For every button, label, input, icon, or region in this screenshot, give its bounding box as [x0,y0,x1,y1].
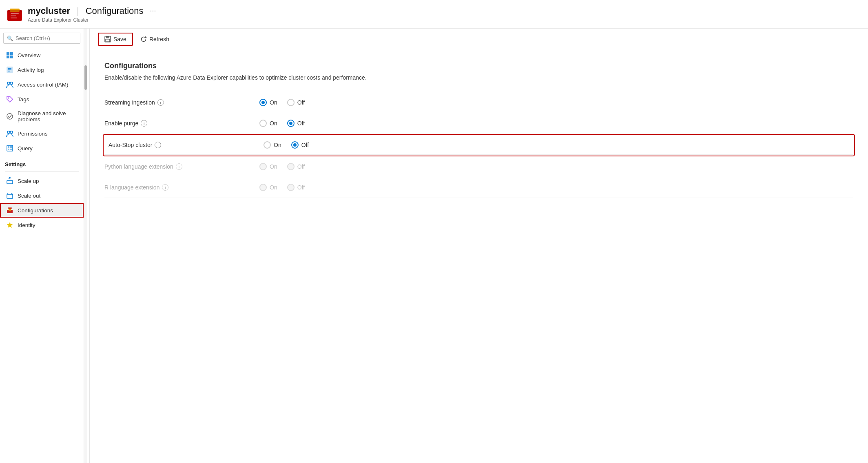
save-icon [104,36,111,42]
more-options-icon[interactable]: ··· [150,7,156,15]
sidebar-scrollbar[interactable] [84,29,87,463]
streaming-ingestion-on-option[interactable]: On [259,99,277,106]
nav-item-diagnose[interactable]: Diagnose and solve problems [0,107,84,126]
python-extension-off-radio [287,163,294,170]
svg-rect-23 [7,180,13,184]
content-area: Configurations Enable/disable the follow… [90,50,868,463]
enable-purge-on-radio[interactable] [259,120,267,127]
python-extension-on-option: On [259,163,277,170]
nav-label-overview: Overview [18,52,40,58]
header-separator: | [77,6,79,16]
streaming-ingestion-on-radio[interactable] [259,99,267,106]
nav-label-tags: Tags [18,96,29,102]
streaming-ingestion-off-radio[interactable] [287,99,294,106]
svg-point-12 [8,98,9,99]
nav-label-query: Query [18,145,33,151]
enable-purge-info-icon[interactable]: i [141,120,147,127]
toolbar: Save Refresh [90,29,868,50]
cluster-icon [7,6,23,22]
python-extension-info-icon[interactable]: i [176,163,182,170]
streaming-ingestion-label: Streaming ingestion i [104,99,259,106]
settings-section-label: Settings [0,156,84,170]
r-extension-on-radio [259,184,267,191]
sidebar-nav: 🔍 Overview Activity log Acc [0,29,84,463]
python-extension-label: Python language extension i [104,163,259,170]
streaming-ingestion-radio-group: On Off [259,99,305,106]
svg-rect-2 [7,10,22,12]
enable-purge-on-option[interactable]: On [259,120,277,127]
svg-marker-31 [7,222,13,228]
r-extension-label: R language extension i [104,184,259,191]
nav-item-query[interactable]: Query [0,141,84,156]
cluster-subtitle: Azure Data Explorer Cluster [28,17,156,23]
enable-purge-off-option[interactable]: Off [287,120,305,127]
svg-point-10 [7,82,10,85]
svg-point-13 [7,114,13,119]
page-title: Configurations [86,6,144,16]
nav-item-scale-up[interactable]: Scale up [0,174,84,188]
r-extension-off-option: Off [287,184,305,191]
svg-rect-34 [106,39,110,42]
nav-item-permissions[interactable]: Permissions [0,126,84,141]
streaming-ingestion-off-option[interactable]: Off [287,99,305,106]
auto-stop-info-icon[interactable]: i [155,142,161,148]
nav-label-access-control: Access control (IAM) [18,82,69,88]
nav-label-scale-out: Scale out [18,193,40,199]
query-icon [6,145,13,152]
python-extension-radio-group: On Off [259,163,305,170]
auto-stop-off-option[interactable]: Off [291,141,309,149]
permissions-icon [6,130,13,137]
auto-stop-label: Auto-Stop cluster i [108,142,264,148]
config-row-python-extension: Python language extension i On Off [104,156,853,177]
sidebar: 🔍 Overview Activity log Acc [0,29,90,463]
main-layout: 🔍 Overview Activity log Acc [0,29,868,463]
nav-item-activity-log[interactable]: Activity log [0,62,84,77]
nav-item-tags[interactable]: Tags [0,92,84,107]
nav-item-configurations[interactable]: Configurations [0,203,84,218]
iam-icon [6,81,13,88]
svg-rect-20 [10,146,12,148]
page-header: mycluster | Configurations ··· Azure Dat… [0,0,868,29]
svg-point-17 [10,131,13,134]
r-extension-info-icon[interactable]: i [162,184,168,191]
nav-label-diagnose: Diagnose and solve problems [18,110,79,122]
refresh-icon [140,36,147,42]
svg-rect-5 [11,18,17,18]
auto-stop-radio-group: On Off [264,141,309,149]
r-extension-on-option: On [259,184,277,191]
nav-item-identity[interactable]: Identity [0,218,84,232]
nav-label-identity: Identity [18,222,35,228]
refresh-button[interactable]: Refresh [135,33,175,45]
streaming-ingestion-info-icon[interactable]: i [157,99,164,106]
nav-item-overview[interactable]: Overview [0,48,84,62]
header-text: mycluster | Configurations ··· Azure Dat… [28,6,156,23]
python-extension-on-radio [259,163,267,170]
content-title: Configurations [104,62,853,70]
nav-label-configurations: Configurations [18,207,53,214]
svg-point-16 [7,131,10,134]
save-button[interactable]: Save [98,33,133,46]
svg-rect-21 [8,149,9,150]
auto-stop-off-radio[interactable] [291,141,299,149]
activity-log-icon [6,66,13,73]
svg-rect-30 [8,207,12,209]
config-row-r-extension: R language extension i On Off [104,177,853,198]
enable-purge-radio-group: On Off [259,120,305,127]
config-row-streaming-ingestion: Streaming ingestion i On Off [104,92,853,113]
auto-stop-on-option[interactable]: On [264,141,281,149]
svg-rect-4 [11,16,16,16]
auto-stop-on-radio[interactable] [264,141,271,149]
search-box[interactable]: 🔍 [3,33,80,44]
search-input[interactable] [16,35,77,41]
svg-line-15 [9,115,11,118]
nav-item-access-control[interactable]: Access control (IAM) [0,77,84,92]
right-panel: Save Refresh Configurations Enable/disab… [90,29,868,463]
svg-rect-3 [11,13,19,14]
nav-item-scale-out[interactable]: Scale out [0,188,84,203]
search-icon: 🔍 [7,36,13,41]
sidebar-scrollbar-thumb[interactable] [84,65,87,90]
enable-purge-off-radio[interactable] [287,120,294,127]
settings-divider [5,171,79,172]
svg-rect-33 [106,36,109,38]
config-row-enable-purge: Enable purge i On Off [104,113,853,134]
